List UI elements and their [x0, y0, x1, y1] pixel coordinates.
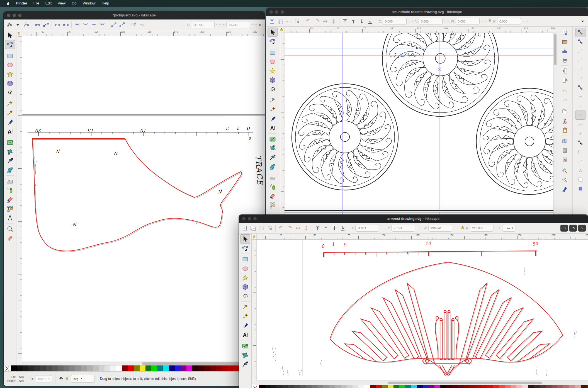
horizontal-ruler[interactable]: 5075100125150175200225250 [22, 30, 265, 36]
h-input[interactable]: 215.900 [470, 225, 494, 232]
palette-swatch[interactable] [429, 385, 434, 388]
tool-text[interactable]: A [268, 123, 278, 132]
node-smooth-button[interactable] [82, 21, 89, 28]
redo-button[interactable] [560, 96, 570, 105]
tool-ellipse[interactable] [5, 60, 15, 70]
palette-swatch[interactable] [259, 385, 265, 388]
new-document-button[interactable] [560, 28, 570, 37]
horizontal-ruler[interactable]: 255075100125150175200225250 [257, 234, 588, 240]
affect-move-toggle[interactable] [560, 225, 568, 232]
w-field[interactable]: W: 296.841 −+ [424, 225, 459, 232]
tool-paint-bucket[interactable] [268, 162, 278, 171]
snap-paths-button[interactable] [575, 92, 585, 101]
palette-swatch[interactable] [210, 365, 216, 371]
toolbar-overflow-caret[interactable] [581, 21, 584, 22]
unlink-clone-button[interactable] [560, 155, 570, 164]
select-all-button[interactable] [241, 225, 248, 232]
traffic-lights[interactable] [269, 10, 284, 14]
tool-ellipse[interactable] [240, 264, 250, 273]
palette-swatch[interactable] [222, 365, 227, 371]
titlebar[interactable]: *pickguard.svg - Inkscape [4, 11, 265, 19]
w-input[interactable]: 296.841 [428, 225, 452, 232]
palette-swatch[interactable] [93, 365, 99, 371]
palette-swatch[interactable] [522, 385, 528, 388]
h-field[interactable]: H: 215.900 −+ [466, 225, 501, 232]
tool-spiral[interactable] [268, 85, 278, 94]
palette-swatch[interactable] [540, 385, 546, 388]
tool-dropper[interactable] [5, 156, 15, 165]
snap-bounding-box-button[interactable] [575, 37, 585, 46]
tool-calligraphy[interactable] [5, 117, 15, 127]
palette-swatch[interactable] [17, 365, 23, 371]
tool-star[interactable] [240, 273, 250, 282]
titlebar[interactable]: soundhole rosette drawing.svg - Inkscape [266, 8, 588, 16]
select-all-layers-button[interactable] [277, 18, 284, 25]
undo-button[interactable] [560, 87, 570, 96]
palette-swatch[interactable] [75, 365, 81, 371]
palette-swatch[interactable] [364, 385, 370, 388]
lower-bottom-button[interactable] [339, 225, 346, 232]
snap-bbox-centers-button[interactable] [575, 74, 585, 83]
affect-scale-toggle[interactable] [569, 225, 577, 232]
palette-swatch[interactable] [81, 365, 87, 371]
palette-swatch[interactable] [175, 365, 181, 371]
palette-swatch[interactable] [563, 385, 569, 388]
tool-rectangle[interactable] [5, 51, 15, 60]
snap-grids-button[interactable] [575, 184, 585, 193]
tool-dropper[interactable] [268, 153, 278, 162]
tool-pen[interactable] [5, 108, 15, 117]
menu-edit[interactable]: Edit [42, 0, 55, 7]
segment-line-button[interactable] [110, 21, 117, 28]
flip-h-button[interactable] [322, 18, 329, 25]
current-layer-dropdown[interactable]: svg ▼ [71, 375, 95, 383]
palette-swatch[interactable] [405, 385, 411, 388]
palette-swatch[interactable] [163, 365, 169, 371]
duplicate-button[interactable] [560, 137, 570, 146]
lock-ratio-icon[interactable] [461, 225, 465, 231]
unit-dropdown[interactable]: mm▼ [502, 225, 516, 232]
palette-swatch[interactable] [411, 385, 417, 388]
menu-window[interactable]: Window [79, 0, 98, 7]
raise-button[interactable] [322, 225, 330, 232]
palette-swatch[interactable] [40, 365, 46, 371]
minimize-button[interactable] [13, 14, 16, 17]
tool-box-3d[interactable] [5, 79, 15, 88]
tool-connector[interactable] [268, 201, 278, 210]
palette-swatch[interactable] [505, 385, 511, 388]
palette-swatch[interactable] [116, 365, 122, 371]
palette-swatch[interactable] [276, 385, 282, 388]
tool-ruler-tool[interactable] [5, 234, 15, 243]
palette-swatch[interactable] [417, 385, 423, 388]
palette-swatch[interactable] [294, 385, 300, 388]
tool-eraser[interactable] [5, 195, 15, 204]
raise-button[interactable] [350, 18, 357, 25]
object-to-path-button[interactable] [130, 21, 137, 28]
palette-swatch[interactable] [23, 365, 28, 371]
palette-swatch[interactable] [181, 365, 186, 371]
palette-swatch[interactable] [481, 385, 487, 388]
tool-ellipse[interactable] [268, 57, 278, 66]
h-input[interactable]: 0.000 [497, 18, 521, 25]
snap-bbox-edge-midpoints-button[interactable] [575, 65, 585, 74]
palette-swatch[interactable] [11, 365, 17, 371]
window-armrest[interactable]: armrest drawing.svg - Inkscape X: -1.971… [239, 215, 588, 388]
tool-gradient-wave[interactable] [268, 173, 278, 182]
y-coordinate-field[interactable]: Y: 62.211 −+ [223, 21, 257, 28]
copy-button[interactable] [560, 107, 570, 116]
palette-swatch[interactable] [551, 385, 557, 388]
tool-selector[interactable] [240, 234, 250, 244]
palette-swatch[interactable] [110, 365, 116, 371]
tool-pen[interactable] [268, 105, 278, 114]
tool-tweak[interactable] [240, 350, 250, 360]
unit-label[interactable]: m [259, 22, 263, 27]
palette-swatch[interactable] [317, 385, 323, 388]
no-color-swatch[interactable] [252, 385, 259, 388]
snap-rotation-centers-button[interactable] [575, 156, 585, 166]
palette-swatch[interactable] [393, 385, 399, 388]
palette-swatch[interactable] [581, 385, 587, 388]
opacity-input[interactable]: 100 −+ [36, 375, 52, 382]
zoom-button[interactable] [18, 14, 21, 17]
window-pickguard[interactable]: *pickguard.svg - Inkscape X: 241.581 −+ … [4, 11, 265, 386]
lock-guides-corner[interactable] [279, 27, 285, 33]
minimize-button[interactable] [248, 217, 251, 220]
